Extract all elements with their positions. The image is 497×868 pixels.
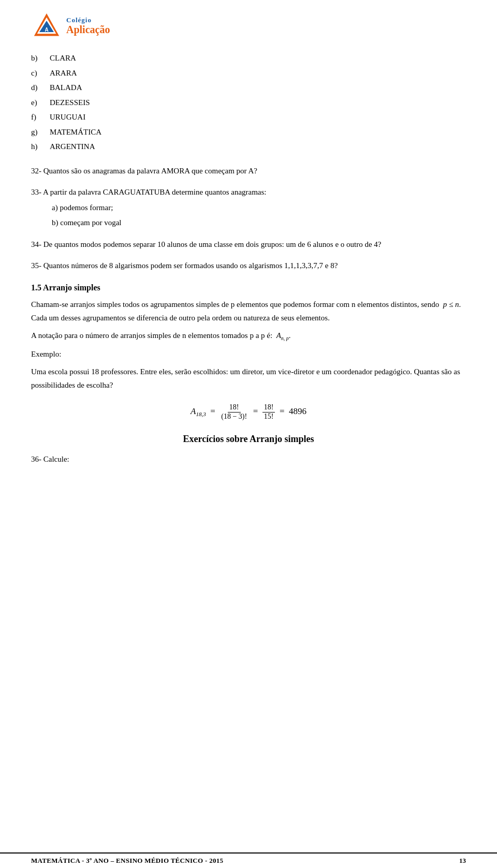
logo-aplicacao: Aplicação: [66, 24, 110, 35]
item-e-value: DEZESSEIS: [50, 95, 90, 110]
list-item: h) ARGENTINA: [31, 139, 466, 154]
question-32: 32- Quantos são os anagramas da palavra …: [31, 165, 466, 178]
item-c-value: ARARA: [50, 66, 77, 81]
item-d-label: d): [31, 80, 43, 95]
q32-text: 32- Quantos são os anagramas da palavra …: [31, 165, 466, 178]
q33-text: 33- A partir da palavra CARAGUATATUBA de…: [31, 186, 466, 199]
logo-container: A Colégio Aplicação: [31, 10, 110, 41]
header: A Colégio Aplicação: [31, 10, 466, 41]
exemplo-label: Exemplo:: [31, 347, 466, 361]
q34-text: 34- De quantos modos podemos separar 10 …: [31, 238, 466, 252]
item-g-label: g): [31, 125, 43, 140]
footer: MATEMÁTICA - 3º ANO – ENSINO MÉDIO TÉCNI…: [0, 852, 497, 868]
item-b-label: b): [31, 51, 43, 66]
question-34: 34- De quantos modos podemos separar 10 …: [31, 238, 466, 252]
section-15-para2: A notação para o número de arranjos simp…: [31, 329, 466, 343]
item-d-value: BALADA: [50, 80, 82, 95]
list-item: g) MATEMÁTICA: [31, 125, 466, 140]
item-c-label: c): [31, 66, 43, 81]
notation-subscript: n, p: [281, 335, 289, 341]
question-36: 36- Calcule:: [31, 453, 466, 466]
logo-svg: A: [31, 10, 62, 41]
formula-frac2: 18! 15!: [262, 403, 275, 421]
list-item: b) CLARA: [31, 51, 466, 66]
item-b-value: CLARA: [50, 51, 76, 66]
formula-a: A18,3: [191, 406, 208, 416]
formula-subscript: 18,3: [196, 411, 206, 418]
list-item: d) BALADA: [31, 80, 466, 95]
question-35: 35- Quantos números de 8 algarismos pode…: [31, 259, 466, 273]
item-f-label: f): [31, 110, 43, 125]
answer-list: b) CLARA c) ARARA d) BALADA e) DEZESSEIS…: [31, 51, 466, 154]
formula-result: 4896: [289, 406, 306, 416]
list-item: f) URUGUAI: [31, 110, 466, 125]
logo-colegio: Colégio: [66, 17, 110, 24]
notation-a: An, p: [276, 331, 289, 340]
item-g-value: MATEMÁTICA: [50, 125, 101, 140]
q36-text: 36- Calcule:: [31, 453, 466, 466]
list-item: c) ARARA: [31, 66, 466, 81]
logo-text: Colégio Aplicação: [66, 17, 110, 35]
item-f-value: URUGUAI: [50, 110, 85, 125]
footer-page: 13: [459, 857, 466, 865]
q33-b: b) começam por vogal: [52, 216, 466, 230]
item-e-label: e): [31, 95, 43, 110]
exercises-title: Exercícios sobre Arranjo simples: [31, 434, 466, 445]
condition: p ≤ n: [443, 300, 459, 308]
question-33: 33- A partir da palavra CARAGUATATUBA de…: [31, 186, 466, 230]
section-15-para1: Chamam-se arranjos simples todos os agru…: [31, 298, 466, 325]
svg-text:A: A: [45, 27, 48, 33]
main-formula: A18,3 = 18! (18 − 3)! = 18! 15! = 4896: [31, 403, 466, 421]
footer-text: MATEMÁTICA - 3º ANO – ENSINO MÉDIO TÉCNI…: [31, 857, 223, 865]
item-h-value: ARGENTINA: [50, 139, 95, 154]
formula-frac1: 18! (18 − 3)!: [220, 403, 248, 421]
section-15-title: 1.5 Arranjo simples: [31, 283, 466, 292]
q33-a: a) podemos formar;: [52, 201, 466, 215]
list-item: e) DEZESSEIS: [31, 95, 466, 110]
example-text: Uma escola possui 18 professores. Entre …: [31, 365, 466, 392]
item-h-label: h): [31, 139, 43, 154]
q35-text: 35- Quantos números de 8 algarismos pode…: [31, 259, 466, 273]
